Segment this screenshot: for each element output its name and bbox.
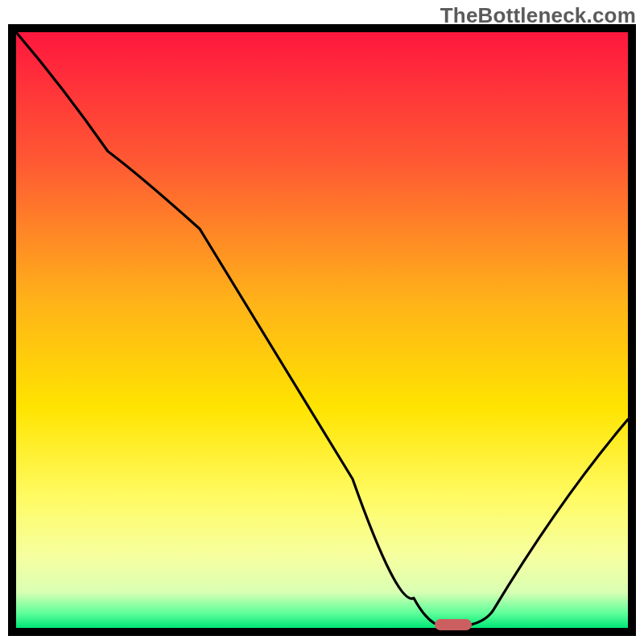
chart-stage: TheBottleneck.com bbox=[0, 0, 644, 644]
watermark-label: TheBottleneck.com bbox=[440, 3, 636, 28]
chart-frame bbox=[8, 24, 636, 636]
optimal-marker bbox=[435, 619, 472, 630]
gradient-background bbox=[16, 32, 628, 628]
svg-rect-0 bbox=[16, 32, 628, 628]
